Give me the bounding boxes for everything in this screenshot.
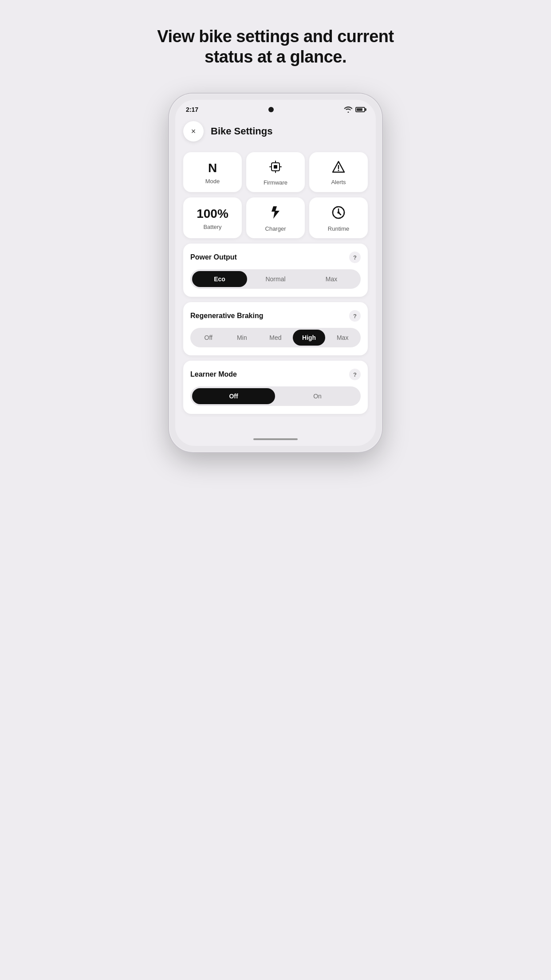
- svg-rect-1: [274, 165, 277, 169]
- status-icons: [344, 106, 365, 113]
- learner-mode-toggle: Off On: [190, 386, 361, 406]
- power-output-header: Power Output ?: [190, 252, 361, 263]
- firmware-label: Firmware: [264, 179, 287, 186]
- runtime-card[interactable]: Runtime: [309, 197, 368, 238]
- power-max-btn[interactable]: Max: [304, 271, 359, 287]
- runtime-icon: [331, 205, 346, 222]
- firmware-card[interactable]: Firmware: [246, 152, 305, 192]
- cards-row-1: N Mode: [183, 152, 368, 192]
- battery-label: Battery: [203, 224, 221, 230]
- charger-label: Charger: [265, 225, 286, 232]
- status-bar: 2:17: [175, 100, 376, 117]
- regen-min-btn[interactable]: Min: [226, 330, 259, 346]
- camera-dot: [268, 107, 274, 112]
- regen-braking-header: Regenerative Braking ?: [190, 310, 361, 322]
- regen-off-btn[interactable]: Off: [192, 330, 225, 346]
- regen-med-btn[interactable]: Med: [259, 330, 292, 346]
- alerts-icon: [332, 161, 345, 175]
- phone-shell: 2:17 × Bike Sett: [169, 94, 382, 452]
- learner-mode-help[interactable]: ?: [349, 369, 361, 380]
- svg-point-12: [338, 212, 340, 214]
- firmware-icon: [269, 160, 282, 176]
- battery-icon: [355, 107, 365, 112]
- phone-screen: 2:17 × Bike Sett: [175, 100, 376, 446]
- app-header: × Bike Settings: [183, 121, 368, 142]
- mode-card[interactable]: N Mode: [183, 152, 242, 192]
- regen-high-btn[interactable]: High: [293, 330, 326, 346]
- home-indicator: [175, 433, 376, 446]
- status-time: 2:17: [186, 106, 198, 113]
- home-bar: [253, 438, 298, 440]
- power-normal-btn[interactable]: Normal: [248, 271, 303, 287]
- mode-label: Mode: [205, 178, 220, 185]
- page-wrapper: View bike settings and currentstatus at …: [138, 27, 413, 452]
- learner-mode-header: Learner Mode ?: [190, 369, 361, 380]
- power-output-title: Power Output: [190, 253, 237, 261]
- regen-braking-toggle: Off Min Med High Max: [190, 328, 361, 347]
- charger-card[interactable]: Charger: [246, 197, 305, 238]
- regen-braking-title: Regenerative Braking: [190, 312, 264, 320]
- regen-braking-section: Regenerative Braking ? Off Min Med High …: [183, 302, 368, 355]
- battery-value: 100%: [197, 208, 228, 220]
- close-button[interactable]: ×: [183, 121, 204, 142]
- battery-card[interactable]: 100% Battery: [183, 197, 242, 238]
- power-output-toggle: Eco Normal Max: [190, 269, 361, 289]
- runtime-label: Runtime: [328, 225, 349, 232]
- svg-point-7: [338, 170, 339, 171]
- app-content: × Bike Settings N Mode: [175, 117, 376, 433]
- alerts-label: Alerts: [331, 179, 346, 185]
- charger-icon: [270, 205, 281, 222]
- page-headline: View bike settings and currentstatus at …: [148, 27, 402, 67]
- power-output-section: Power Output ? Eco Normal Max: [183, 244, 368, 297]
- power-eco-btn[interactable]: Eco: [192, 271, 247, 287]
- wifi-icon: [344, 106, 353, 113]
- learner-on-btn[interactable]: On: [276, 388, 359, 404]
- regen-max-btn[interactable]: Max: [326, 330, 359, 346]
- regen-braking-help[interactable]: ?: [349, 310, 361, 322]
- learner-mode-section: Learner Mode ? Off On: [183, 361, 368, 414]
- learner-off-btn[interactable]: Off: [192, 388, 275, 404]
- alerts-card[interactable]: Alerts: [309, 152, 368, 192]
- mode-icon: N: [208, 162, 217, 174]
- learner-mode-title: Learner Mode: [190, 370, 237, 378]
- power-output-help[interactable]: ?: [349, 252, 361, 263]
- cards-row-2: 100% Battery Charger: [183, 197, 368, 238]
- app-title: Bike Settings: [211, 126, 272, 137]
